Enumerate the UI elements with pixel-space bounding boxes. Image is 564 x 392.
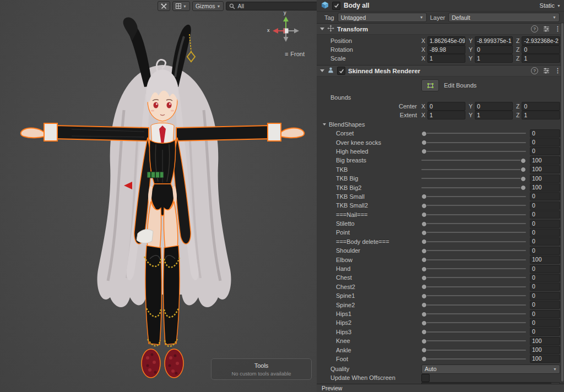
blendshape-value-field[interactable]: 0 [530, 292, 560, 300]
slider-knob[interactable] [421, 339, 427, 344]
skinned-mesh-renderer-header[interactable]: Skinned Mesh Renderer ? ⋮ [317, 65, 564, 77]
kebab-menu-icon[interactable]: ⋮ [555, 67, 561, 74]
blendshape-slider[interactable] [421, 265, 526, 273]
scene-view[interactable]: ▼ Gizmos ▼ All y x ≡ Front Too [0, 0, 317, 392]
extent-z-field[interactable]: 1 [522, 111, 560, 119]
blendshape-slider[interactable] [421, 274, 526, 281]
slider-knob[interactable] [421, 284, 427, 290]
blendshape-value-field[interactable]: 0 [530, 147, 560, 155]
blendshape-value-field[interactable]: 100 [530, 175, 560, 183]
blendshape-value-field[interactable]: 100 [530, 255, 560, 264]
slider-knob[interactable] [421, 248, 427, 254]
blendshape-value-field[interactable]: 100 [530, 337, 560, 345]
blendshape-slider[interactable] [421, 166, 526, 173]
preview-bar[interactable]: Preview [317, 384, 564, 392]
y-axis-gizmo-label[interactable]: y [284, 10, 286, 15]
layer-dropdown[interactable]: Default ▼ [448, 13, 560, 22]
blendshape-slider[interactable] [421, 139, 526, 146]
blendshape-value-field[interactable]: 0 [530, 328, 560, 336]
center-y-field[interactable]: 0 [475, 102, 513, 111]
extent-x-field[interactable]: 1 [427, 111, 465, 119]
blendshapes-foldout[interactable]: BlendShapes [317, 119, 564, 129]
blendshape-slider[interactable] [421, 238, 526, 246]
blendshape-value-field[interactable]: 0 [530, 301, 560, 309]
scrollbar-thumb[interactable] [561, 23, 563, 382]
blendshape-slider[interactable] [421, 129, 526, 137]
slider-knob[interactable] [520, 185, 526, 190]
active-checkbox[interactable] [332, 2, 340, 10]
blendshape-slider[interactable] [421, 301, 526, 309]
blendshape-slider[interactable] [421, 228, 526, 236]
blendshape-slider[interactable] [421, 148, 526, 155]
preset-icon[interactable] [543, 67, 550, 75]
scale-z-field[interactable]: 1 [522, 54, 560, 63]
character-model[interactable] [0, 0, 317, 392]
blendshape-slider[interactable] [421, 202, 526, 209]
slider-knob[interactable] [421, 221, 427, 227]
blendshape-value-field[interactable]: 0 [530, 129, 560, 138]
blendshape-value-field[interactable]: 0 [530, 319, 560, 327]
foldout-arrow-icon[interactable] [323, 123, 326, 126]
slider-knob[interactable] [520, 158, 526, 164]
slider-knob[interactable] [520, 176, 526, 182]
rotation-z-field[interactable]: 0 [522, 45, 560, 54]
blendshape-value-field[interactable]: 0 [530, 228, 560, 237]
blendshape-value-field[interactable]: 0 [530, 310, 560, 318]
help-icon[interactable]: ? [531, 67, 538, 74]
blendshape-slider[interactable] [421, 310, 526, 318]
orientation-gizmo[interactable]: y x [269, 12, 302, 45]
blendshape-slider[interactable] [421, 337, 526, 345]
view-direction-label[interactable]: ≡ Front [285, 51, 305, 57]
slider-knob[interactable] [421, 275, 427, 281]
position-y-field[interactable]: -8.999375e-1 [475, 36, 513, 45]
blendshape-value-field[interactable]: 100 [530, 156, 560, 165]
quality-dropdown[interactable]: Auto ▼ [421, 364, 560, 374]
slider-knob[interactable] [421, 293, 427, 299]
blendshape-slider[interactable] [421, 247, 526, 254]
foldout-arrow-icon[interactable] [320, 28, 324, 30]
blendshape-slider[interactable] [421, 328, 526, 336]
blendshape-value-field[interactable]: 100 [530, 355, 560, 363]
inspector-scrollbar[interactable] [561, 22, 564, 384]
blendshape-value-field[interactable]: 0 [530, 210, 560, 219]
draw-mode-dropdown[interactable]: ▼ [172, 1, 190, 11]
blendshape-value-field[interactable]: 100 [530, 183, 560, 192]
blendshape-slider[interactable] [421, 156, 526, 164]
tag-dropdown[interactable]: Untagged ▼ [338, 13, 427, 22]
blendshape-value-field[interactable]: 100 [530, 165, 560, 173]
center-z-field[interactable]: 0 [522, 102, 560, 111]
slider-knob[interactable] [421, 356, 427, 362]
slider-knob[interactable] [421, 312, 427, 317]
blendshape-value-field[interactable]: 100 [530, 346, 560, 354]
scale-y-field[interactable]: 1 [475, 54, 513, 63]
rotation-x-field[interactable]: -89.98 [427, 45, 465, 54]
slider-knob[interactable] [421, 131, 427, 137]
scene-search-input[interactable]: All [226, 2, 317, 10]
component-enabled-checkbox[interactable] [337, 67, 345, 75]
slider-knob[interactable] [421, 194, 427, 199]
slider-knob[interactable] [421, 212, 427, 217]
blendshape-slider[interactable] [421, 256, 526, 264]
blendshape-value-field[interactable]: 0 [530, 237, 560, 246]
slider-knob[interactable] [520, 167, 526, 172]
slider-knob[interactable] [421, 329, 427, 335]
blendshape-value-field[interactable]: 0 [530, 202, 560, 210]
slider-knob[interactable] [421, 320, 427, 326]
gameobject-name[interactable]: Body all [344, 2, 370, 9]
blendshape-slider[interactable] [421, 193, 526, 200]
blendshape-value-field[interactable]: 0 [530, 220, 560, 228]
slider-knob[interactable] [421, 203, 427, 209]
slider-knob[interactable] [421, 140, 427, 145]
slider-knob[interactable] [421, 239, 427, 244]
blendshape-value-field[interactable]: 0 [530, 192, 560, 200]
gizmos-dropdown[interactable]: Gizmos ▼ [192, 1, 224, 11]
blendshape-slider[interactable] [421, 220, 526, 227]
blendshape-slider[interactable] [421, 211, 526, 219]
blendshape-slider[interactable] [421, 355, 526, 363]
blendshape-value-field[interactable]: 0 [530, 282, 560, 291]
blendshape-slider[interactable] [421, 346, 526, 354]
position-z-field[interactable]: -2.932368e-2 [522, 36, 560, 45]
blendshape-value-field[interactable]: 0 [530, 265, 560, 273]
slider-knob[interactable] [421, 257, 427, 263]
kebab-menu-icon[interactable]: ⋮ [555, 25, 561, 32]
